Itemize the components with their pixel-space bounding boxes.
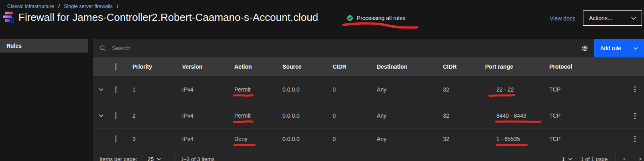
search-icon	[100, 45, 106, 51]
cell-priority: 1	[127, 86, 177, 93]
cell-destination-cidr: 32	[437, 136, 479, 142]
pagination-divider	[556, 149, 556, 161]
table-row: 2 IPv4 Permit 0.0.0.0 0 Any 32 8440 - 84…	[93, 103, 644, 128]
view-docs-link[interactable]: View docs	[550, 15, 575, 22]
actions-dropdown-label: Actions...	[589, 15, 612, 21]
items-per-page-select[interactable]: 25	[148, 149, 161, 161]
cell-action: Permit	[234, 112, 250, 119]
annotation-underline	[494, 120, 542, 123]
status-label: Processing all rules	[357, 15, 405, 21]
row-checkbox[interactable]	[116, 135, 116, 143]
cell-protocol: TCP	[544, 112, 626, 119]
status-badge: Processing all rules	[347, 15, 405, 21]
breadcrumb-link-single-server-firewalls[interactable]: Single server firewalls	[64, 4, 113, 9]
checkmark-filled-icon	[347, 15, 353, 21]
cell-source-cidr: 0	[327, 136, 371, 142]
chevron-down-icon	[568, 158, 572, 160]
cell-version: IPv4	[177, 86, 229, 93]
page-status-label: 1 of 1 page	[581, 149, 608, 161]
cell-destination: Any	[371, 112, 437, 119]
search-placeholder: Search	[112, 45, 130, 51]
annotation-underline-status	[342, 22, 419, 29]
cell-priority: 2	[127, 112, 177, 119]
table-header-row: Priority Version Action Source CIDR Dest…	[93, 57, 644, 76]
breadcrumb: Classic infrastructure / Single server f…	[7, 4, 121, 9]
expand-row-button[interactable]	[93, 88, 109, 91]
cell-destination: Any	[371, 86, 437, 93]
row-checkbox[interactable]	[116, 86, 116, 93]
previous-page-button[interactable]	[615, 149, 633, 161]
add-rule-label: Add rule	[600, 45, 621, 51]
cell-protocol: TCP	[544, 86, 626, 93]
table-row: 3 IPv4 Deny 0.0.0.0 0 Any 32 1 - 65535 T…	[93, 128, 644, 149]
chevron-down-icon	[99, 114, 104, 117]
cell-action: Deny	[234, 136, 248, 142]
search-input[interactable]: Search	[93, 39, 575, 57]
select-all-checkbox[interactable]	[116, 63, 116, 70]
settings-button[interactable]	[575, 39, 594, 57]
cell-port-range: 22 - 22	[496, 86, 514, 93]
page-select[interactable]: 1	[562, 149, 572, 161]
caret-right-icon	[639, 157, 642, 161]
cell-version: IPv4	[177, 112, 229, 119]
cell-source-cidr: 0	[327, 112, 371, 119]
annotation-underline	[496, 143, 528, 147]
cell-source: 0.0.0.0	[277, 112, 327, 119]
cell-destination: Any	[371, 136, 437, 142]
overflow-menu-button[interactable]	[626, 76, 644, 103]
chevron-down-icon	[634, 47, 638, 50]
table-row: 1 IPv4 Permit 0.0.0.0 0 Any 32 22 - 22 T…	[93, 76, 644, 103]
chevron-down-icon	[157, 158, 161, 160]
column-header-destination-cidr: CIDR	[437, 63, 479, 70]
annotation-underline	[233, 120, 253, 123]
caret-left-icon	[622, 157, 626, 161]
pagination-bar: Items per page: 25 1–3 of 3 items 1 1 of…	[93, 149, 644, 161]
cell-action: Permit	[234, 86, 250, 93]
rules-table-body: 1 IPv4 Permit 0.0.0.0 0 Any 32 22 - 22 T…	[93, 76, 644, 149]
firewall-icon	[2, 11, 14, 24]
page-header: Firewall for James-Controller2.Robert-Ca…	[2, 11, 318, 24]
chevron-down-icon	[99, 88, 104, 91]
overflow-menu-button[interactable]	[626, 103, 644, 128]
column-header-protocol: Protocol	[544, 63, 626, 70]
column-header-port-range: Port range	[479, 63, 544, 70]
actions-dropdown[interactable]: Actions...	[583, 10, 642, 26]
cell-destination-cidr: 32	[437, 86, 479, 93]
cell-destination-cidr: 32	[437, 112, 479, 119]
breadcrumb-separator: /	[58, 4, 59, 9]
cell-protocol: TCP	[544, 136, 626, 142]
annotation-underline	[234, 143, 256, 147]
cell-source-cidr: 0	[327, 86, 371, 93]
row-checkbox[interactable]	[116, 112, 116, 119]
pagination-range-label: 1–3 of 3 items	[181, 149, 215, 161]
cell-port-range: 1 - 65535	[496, 136, 520, 142]
cell-priority: 3	[127, 136, 177, 142]
chevron-down-icon	[631, 17, 636, 20]
column-header-source: Source	[277, 63, 327, 70]
annotation-underline	[233, 94, 253, 97]
column-header-destination: Destination	[371, 63, 437, 70]
page-title: Firewall for James-Controller2.Robert-Ca…	[18, 11, 318, 24]
column-header-priority: Priority	[127, 63, 177, 70]
annotation-underline	[488, 94, 516, 97]
column-header-version: Version	[177, 63, 229, 70]
next-page-button[interactable]	[633, 149, 644, 161]
column-header-source-cidr: CIDR	[327, 63, 371, 70]
cell-port-range: 8440 - 8443	[496, 112, 526, 119]
cell-version: IPv4	[177, 136, 229, 142]
breadcrumb-separator: /	[117, 4, 118, 9]
breadcrumb-link-classic-infrastructure[interactable]: Classic infrastructure	[7, 4, 54, 9]
pagination-divider	[174, 149, 175, 161]
rules-toolbar: Search Add rule	[93, 39, 644, 57]
overflow-menu-button[interactable]	[626, 128, 644, 149]
items-per-page-label: Items per page:	[100, 149, 137, 161]
column-header-action: Action	[229, 63, 277, 70]
cell-source: 0.0.0.0	[277, 86, 327, 93]
sidebar-item-rules[interactable]: Rules	[0, 39, 88, 53]
cell-source: 0.0.0.0	[277, 136, 327, 142]
gear-icon	[581, 45, 588, 52]
add-rule-button[interactable]: Add rule	[594, 39, 644, 57]
sidebar-item-label: Rules	[6, 43, 22, 49]
expand-row-button[interactable]	[93, 114, 109, 117]
